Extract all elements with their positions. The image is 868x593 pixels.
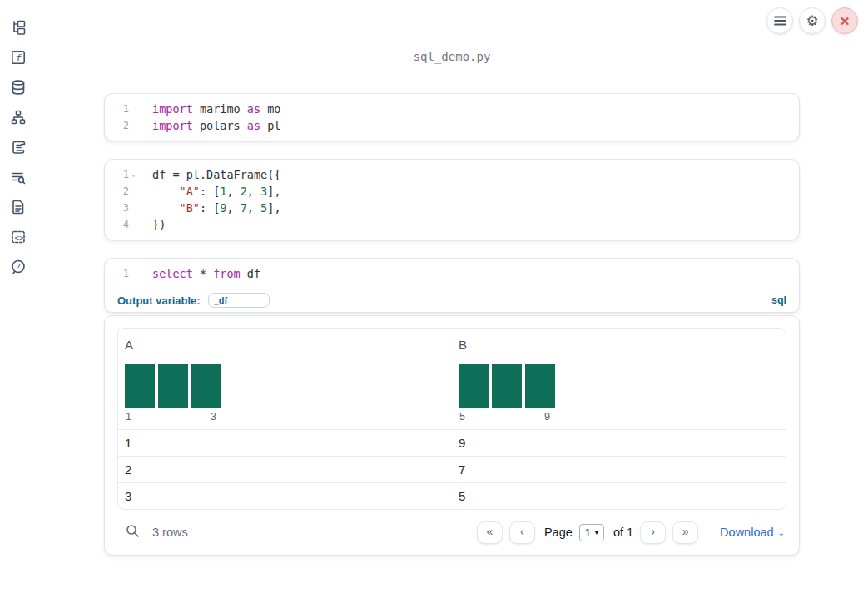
next-page-button[interactable]: › xyxy=(640,521,666,544)
window-edge-divider xyxy=(866,0,866,593)
table-cell: 3 xyxy=(118,483,452,509)
help-icon[interactable]: ? xyxy=(8,259,28,275)
table-cell: 9 xyxy=(452,430,786,456)
code-text: import polars as pl xyxy=(141,117,280,134)
table-cell: 2 xyxy=(118,457,452,482)
chevron-down-icon: ▼ xyxy=(593,529,600,536)
fold-chevron-icon[interactable]: ⌄ xyxy=(129,166,138,183)
histogram-bar xyxy=(492,364,522,408)
close-icon: ✕ xyxy=(840,15,851,27)
last-page-button[interactable]: » xyxy=(672,521,698,544)
code-line: 2 "A": [1, 2, 3], xyxy=(105,183,799,200)
table-cell: 7 xyxy=(452,457,786,482)
code-text: import marimo as mo xyxy=(141,101,280,117)
table-row: 19 xyxy=(118,429,786,456)
code-cell-dataframe: 1⌄df = pl.DataFrame({2 "A": [1, 2, 3],3 … xyxy=(104,159,800,240)
notebook-filename: sql_demo.py xyxy=(104,50,800,63)
logs-scroll-icon[interactable] xyxy=(8,139,28,156)
histogram-min-label: 5 xyxy=(459,411,465,423)
notebook-main: sql_demo.py 1import marimo as mo2import … xyxy=(104,0,800,556)
chevron-down-icon: ⌄ xyxy=(778,528,785,537)
code-text: }) xyxy=(141,216,166,233)
page-label: Page xyxy=(544,526,573,539)
line-gutter: 2 xyxy=(105,183,141,200)
code-line: 4}) xyxy=(105,216,799,233)
row-count: 3 rows xyxy=(152,526,188,539)
svg-text:f: f xyxy=(16,52,22,63)
table-row: 27 xyxy=(118,456,786,482)
code-text: "B": [9, 7, 5], xyxy=(141,200,281,216)
histogram-bar xyxy=(158,364,188,408)
sql-editor[interactable]: 1select * from df xyxy=(105,259,799,289)
code-cell-imports: 1import marimo as mo2import polars as pl xyxy=(104,93,800,141)
download-label: Download xyxy=(720,526,774,539)
dataframe-table: A13B59 192735 xyxy=(117,328,786,510)
database-icon[interactable] xyxy=(8,79,28,96)
sql-cell-footer: Output variable: sql xyxy=(105,289,799,312)
code-line: 3 "B": [9, 7, 5], xyxy=(105,200,799,216)
code-editor[interactable]: 1⌄df = pl.DataFrame({2 "A": [1, 2, 3],3 … xyxy=(105,160,799,240)
table-cell: 5 xyxy=(452,483,786,509)
page-of-label: of 1 xyxy=(613,526,633,539)
line-gutter: 1 xyxy=(105,101,141,117)
code-line: 1⌄df = pl.DataFrame({ xyxy=(105,166,799,183)
line-gutter: 4 xyxy=(105,216,141,233)
svg-text:<>: <> xyxy=(15,234,24,242)
file-explorer-icon[interactable] xyxy=(8,19,28,36)
code-text: "A": [1, 2, 3], xyxy=(141,183,281,200)
settings-button[interactable]: ⚙ xyxy=(799,7,826,34)
sql-cell: 1select * from df Output variable: sql xyxy=(104,258,800,313)
histogram-bar xyxy=(459,364,489,408)
dependency-graph-icon[interactable] xyxy=(8,109,28,126)
line-gutter: 2 xyxy=(105,117,141,134)
page-select-value: 1 xyxy=(585,526,591,539)
column-name: A xyxy=(125,338,445,352)
close-button[interactable]: ✕ xyxy=(831,7,858,34)
histogram-min-label: 1 xyxy=(126,411,131,423)
helper-panel-sidebar: f xyxy=(0,0,37,593)
output-variable-label: Output variable: xyxy=(117,294,201,307)
previous-page-button[interactable]: ‹ xyxy=(509,521,535,544)
language-badge[interactable]: sql xyxy=(771,294,786,306)
table-row: 35 xyxy=(118,482,786,509)
histogram-bar xyxy=(125,364,155,408)
document-icon[interactable] xyxy=(8,199,28,215)
gear-icon: ⚙ xyxy=(806,14,818,28)
histogram-labels: 59 xyxy=(459,411,557,424)
line-gutter: 1⌄ xyxy=(105,166,141,183)
svg-text:?: ? xyxy=(16,262,21,271)
column-histogram xyxy=(125,364,445,408)
page-select[interactable]: 1 ▼ xyxy=(579,524,604,541)
column-header[interactable]: B59 xyxy=(452,329,786,429)
output-variable-input[interactable] xyxy=(208,293,270,308)
search-icon[interactable] xyxy=(126,524,140,541)
line-gutter: 1 xyxy=(105,265,141,282)
code-text: select * from df xyxy=(141,265,260,282)
snippets-icon[interactable]: <> xyxy=(8,229,28,245)
table-footer: 3 rows « ‹ Page 1 ▼ of 1 › » Download ⌄ xyxy=(117,517,786,547)
first-page-button[interactable]: « xyxy=(477,521,503,544)
histogram-bar xyxy=(525,364,555,408)
code-line: 1select * from df xyxy=(105,265,799,282)
column-header[interactable]: A13 xyxy=(118,329,452,429)
code-editor[interactable]: 1import marimo as mo2import polars as pl xyxy=(105,94,799,141)
functions-icon[interactable]: f xyxy=(8,49,28,66)
table-header-row: A13B59 xyxy=(118,329,786,429)
table-cell: 1 xyxy=(118,430,452,456)
code-line: 1import marimo as mo xyxy=(105,101,799,117)
code-text: df = pl.DataFrame({ xyxy=(141,166,280,183)
pagination: « ‹ Page 1 ▼ of 1 › » Download ⌄ xyxy=(477,521,785,544)
histogram-max-label: 3 xyxy=(211,411,216,423)
search-list-icon[interactable] xyxy=(8,169,28,185)
histogram-max-label: 9 xyxy=(544,411,550,423)
histogram-bar xyxy=(191,364,221,408)
download-button[interactable]: Download ⌄ xyxy=(720,526,785,539)
table-body: 192735 xyxy=(118,429,786,509)
code-line: 2import polars as pl xyxy=(105,117,799,134)
column-name: B xyxy=(459,338,779,352)
sql-output-cell: A13B59 192735 3 rows « ‹ Page 1 ▼ of 1 xyxy=(104,315,800,556)
column-histogram xyxy=(459,364,779,408)
histogram-labels: 13 xyxy=(125,411,223,424)
line-gutter: 3 xyxy=(105,200,141,216)
